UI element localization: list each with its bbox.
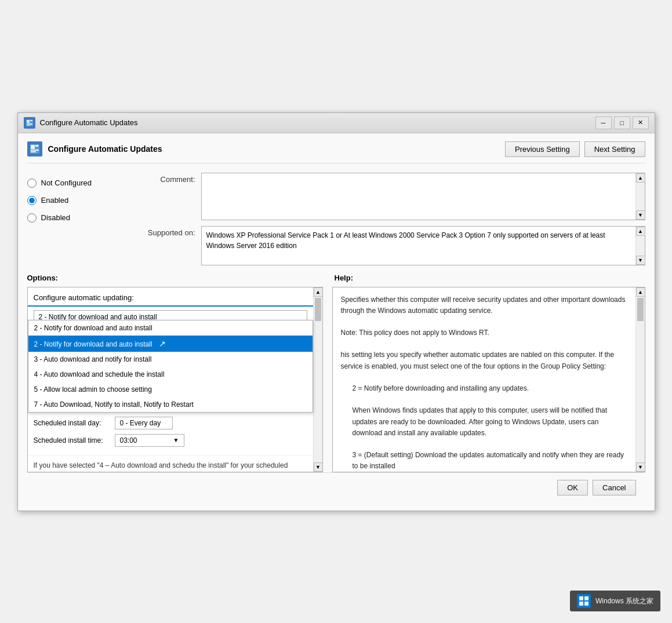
radio-disabled-input[interactable]: [27, 213, 37, 223]
toolbar-icon: [27, 141, 42, 156]
svg-rect-10: [579, 596, 583, 600]
supported-text: Windows XP Professional Service Pack 1 o…: [202, 227, 635, 265]
radio-not-configured-input[interactable]: [27, 178, 37, 188]
prev-setting-button[interactable]: Previous Setting: [505, 141, 580, 157]
scheduled-time-select[interactable]: 03:00 ▼: [115, 434, 184, 447]
toolbar-title: Configure Automatic Updates: [48, 144, 162, 154]
radio-disabled-label: Disabled: [41, 213, 71, 222]
help-para-4: 2 = Notify before downloading and instal…: [353, 383, 627, 394]
svg-rect-4: [27, 125, 30, 126]
help-scroll-track: [636, 297, 645, 462]
dropdown-open: 2 - Notify for download and auto install…: [28, 320, 313, 413]
window-icon: [24, 117, 35, 129]
radio-group: Not Configured Enabled Disabled: [27, 173, 126, 265]
options-scroll-down[interactable]: ▼: [314, 462, 323, 472]
options-scroll-up[interactable]: ▲: [314, 287, 323, 297]
maximize-button[interactable]: □: [614, 116, 630, 129]
scheduled-time-label: Scheduled install time:: [34, 436, 109, 445]
radio-not-configured-label: Not Configured: [41, 178, 92, 187]
configure-updates-window: Configure Automatic Updates ─ □ ✕: [17, 112, 655, 511]
help-para-6: 3 = (Default setting) Download the updat…: [353, 450, 627, 471]
svg-rect-1: [27, 120, 30, 123]
install-settings: Scheduled install day: 0 - Every day Sch…: [28, 413, 313, 455]
comment-supported-area: Comment: ▲ ▼ Supported on: Windows: [137, 173, 645, 265]
supported-scrollbar: ▲ ▼: [635, 227, 645, 265]
comment-scroll-down[interactable]: ▼: [636, 210, 645, 220]
comment-field-container: ▲ ▼: [201, 173, 645, 220]
radio-enabled-input[interactable]: [27, 196, 37, 205]
help-panel: Specifies whether this computer will rec…: [332, 287, 645, 472]
radio-enabled-label: Enabled: [41, 196, 69, 205]
help-content: Specifies whether this computer will rec…: [333, 287, 635, 472]
options-content: Configure automatic updating: 2 - Notify…: [28, 287, 313, 472]
help-para-3: his setting lets you specify whether aut…: [341, 349, 627, 371]
comment-label: Comment:: [137, 173, 195, 184]
toolbar: Configure Automatic Updates Previous Set…: [27, 141, 645, 163]
svg-rect-3: [27, 123, 32, 125]
title-bar-controls: ─ □ ✕: [595, 116, 649, 129]
cancel-button[interactable]: Cancel: [593, 480, 635, 496]
dropdown-option-6[interactable]: 7 - Auto Download, Notify to install, No…: [28, 397, 313, 412]
close-button[interactable]: ✕: [633, 116, 649, 129]
svg-rect-13: [584, 602, 589, 606]
help-para-2: Note: This policy does not apply to Wind…: [341, 327, 627, 338]
scheduled-day-row: Scheduled install day: 0 - Every day: [34, 417, 307, 429]
comment-scroll-track: [636, 183, 645, 210]
help-scroll-down[interactable]: ▼: [636, 462, 645, 472]
options-scroll-thumb: [315, 298, 321, 321]
radio-enabled[interactable]: Enabled: [27, 196, 126, 205]
options-scroll-track: [314, 297, 322, 462]
supported-scroll-track: [636, 236, 645, 256]
watermark-icon: [577, 594, 591, 608]
options-vscrollbar: ▲ ▼: [313, 287, 322, 472]
title-bar-left: Configure Automatic Updates: [24, 117, 138, 129]
supported-label: Supported on:: [137, 226, 195, 237]
scheduled-day-value[interactable]: 0 - Every day: [115, 417, 173, 429]
toolbar-buttons: Previous Setting Next Setting: [505, 141, 645, 157]
help-scroll-thumb: [637, 298, 644, 321]
comment-row: Comment: ▲ ▼: [137, 173, 645, 220]
dropdown-option-4[interactable]: 4 - Auto download and schedule the insta…: [28, 367, 313, 382]
radio-not-configured[interactable]: Not Configured: [27, 178, 126, 188]
help-para-5: When Windows finds updates that apply to…: [353, 405, 627, 439]
settings-area: Not Configured Enabled Disabled Comment:: [27, 173, 645, 265]
svg-rect-11: [584, 596, 589, 600]
dropdown-option-5[interactable]: 5 - Allow local admin to choose setting: [28, 382, 313, 397]
svg-rect-6: [31, 145, 35, 149]
dropdown-option-3[interactable]: 3 - Auto download and notify for install: [28, 352, 313, 367]
supported-row: Supported on: Windows XP Professional Se…: [137, 226, 645, 265]
ok-button[interactable]: OK: [557, 480, 588, 496]
svg-rect-2: [30, 120, 32, 121]
svg-rect-8: [31, 150, 39, 151]
options-panel: Configure automatic updating: 2 - Notify…: [27, 287, 323, 472]
supported-scroll-up[interactable]: ▲: [636, 227, 645, 236]
svg-rect-9: [31, 151, 36, 152]
watermark: Windows 系统之家: [570, 591, 660, 611]
dialog-content: Configure Automatic Updates Previous Set…: [18, 133, 655, 511]
svg-rect-12: [579, 602, 583, 606]
help-para-1: Specifies whether this computer will rec…: [341, 294, 627, 316]
scheduled-day-label: Scheduled install day:: [34, 419, 109, 427]
minimize-button[interactable]: ─: [595, 116, 612, 129]
next-setting-button[interactable]: Next Setting: [584, 141, 645, 157]
comment-scrollbar: ▲ ▼: [635, 173, 645, 220]
comment-scroll-up[interactable]: ▲: [636, 173, 645, 183]
radio-disabled[interactable]: Disabled: [27, 213, 126, 223]
options-header: Options:: [27, 274, 323, 282]
supported-scroll-down[interactable]: ▼: [636, 256, 645, 265]
time-dropdown-icon: ▼: [173, 437, 179, 443]
watermark-text: Windows 系统之家: [595, 596, 653, 606]
title-bar: Configure Automatic Updates ─ □ ✕: [18, 113, 655, 133]
config-updating-label: Configure automatic updating:: [28, 287, 313, 307]
help-scroll-up[interactable]: ▲: [636, 287, 645, 297]
section-headers: Options: Help:: [27, 274, 645, 282]
dropdown-option-1[interactable]: 2 - Notify for download and auto install: [28, 320, 313, 336]
window-title: Configure Automatic Updates: [40, 118, 138, 127]
scheduled-time-value: 03:00: [120, 436, 137, 445]
dropdown-option-2[interactable]: 2 - Notify for download and auto install…: [28, 336, 313, 352]
help-scrollbar: ▲ ▼: [635, 287, 645, 472]
main-panels: Configure automatic updating: 2 - Notify…: [27, 287, 645, 472]
scheduled-time-row: Scheduled install time: 03:00 ▼: [34, 434, 307, 447]
comment-textarea[interactable]: [202, 173, 635, 220]
svg-rect-7: [35, 145, 38, 147]
